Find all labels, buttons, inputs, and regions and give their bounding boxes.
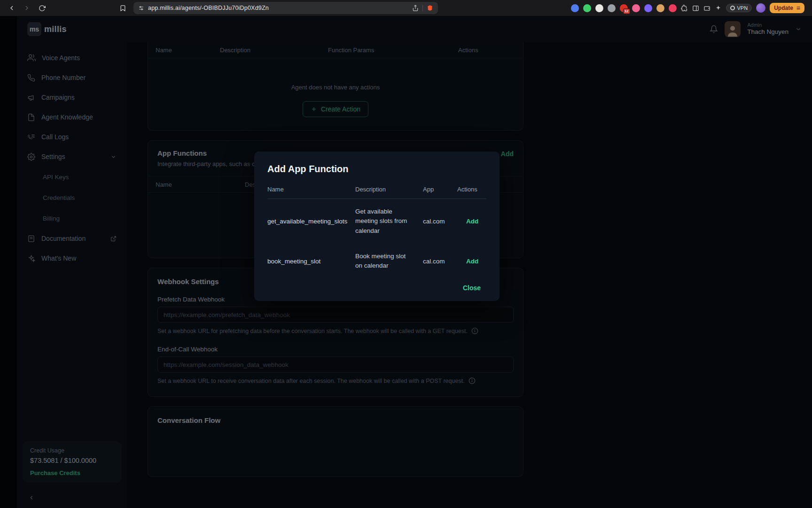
- update-button[interactable]: Update ≡: [770, 3, 804, 13]
- table-row: book_meeting_slot Book meeting slot on c…: [267, 244, 486, 279]
- table-row: get_available_meeting_slots Get availabl…: [267, 199, 486, 244]
- extension-icon[interactable]: [608, 4, 616, 12]
- column-header: Name: [267, 186, 355, 193]
- function-description: Get available meeting slots from calenda…: [355, 207, 423, 236]
- screen: app.millis.ai/agents/-OBIBDJJu70iDp0Xd9Z…: [0, 0, 812, 508]
- extension-icon[interactable]: [595, 4, 603, 12]
- add-function-button[interactable]: Add: [457, 218, 486, 225]
- function-app: cal.com: [423, 218, 457, 225]
- menu-icon[interactable]: ≡: [796, 5, 800, 11]
- column-header: Actions: [457, 186, 486, 193]
- vpn-button[interactable]: VPN: [726, 4, 752, 12]
- extension-badge: 12: [623, 8, 630, 14]
- close-modal-button[interactable]: Close: [267, 284, 486, 292]
- function-app: cal.com: [423, 258, 457, 265]
- function-name: get_available_meeting_slots: [267, 218, 355, 225]
- column-header: Description: [355, 186, 423, 193]
- extensions-puzzle-icon[interactable]: [681, 5, 688, 12]
- extension-icon[interactable]: [632, 4, 640, 12]
- browser-profile-avatar[interactable]: [756, 3, 765, 13]
- url-text: app.millis.ai/agents/-OBIBDJJu70iDp0Xd9Z…: [148, 5, 408, 11]
- column-header: App: [423, 186, 457, 193]
- divider: [422, 5, 423, 11]
- bookmark-icon[interactable]: [117, 2, 129, 14]
- extension-icon[interactable]: 12: [620, 4, 628, 12]
- extension-icon[interactable]: [644, 4, 652, 12]
- add-app-function-modal: Add App Function Name Description App Ac…: [254, 151, 500, 301]
- vpn-icon: [730, 6, 735, 10]
- address-bar[interactable]: app.millis.ai/agents/-OBIBDJJu70iDp0Xd9Z…: [133, 2, 438, 14]
- extension-icon[interactable]: [571, 4, 579, 12]
- share-icon[interactable]: [412, 5, 419, 11]
- browser-toolbar: app.millis.ai/agents/-OBIBDJJu70iDp0Xd9Z…: [0, 0, 812, 16]
- function-name: book_meeting_slot: [267, 258, 355, 265]
- wallet-icon[interactable]: [703, 5, 710, 12]
- brave-shield-icon[interactable]: [427, 5, 433, 11]
- function-description: Book meeting slot on calendar: [355, 252, 423, 271]
- extension-cluster: 12 VPN Update: [571, 3, 806, 13]
- sparkle-icon[interactable]: [715, 5, 722, 12]
- extension-icon[interactable]: [656, 4, 664, 12]
- back-icon[interactable]: [6, 2, 18, 14]
- extension-icon[interactable]: [669, 4, 677, 12]
- update-label: Update: [774, 5, 793, 11]
- extension-icon[interactable]: [583, 4, 591, 12]
- modal-title: Add App Function: [267, 164, 486, 175]
- sidebar-toggle-icon[interactable]: [692, 5, 699, 12]
- add-function-button[interactable]: Add: [457, 258, 486, 265]
- vpn-label: VPN: [737, 5, 748, 11]
- forward-icon[interactable]: [21, 2, 33, 14]
- site-settings-icon[interactable]: [138, 5, 144, 11]
- reload-icon[interactable]: [36, 2, 48, 14]
- modal-table-header: Name Description App Actions: [267, 186, 486, 199]
